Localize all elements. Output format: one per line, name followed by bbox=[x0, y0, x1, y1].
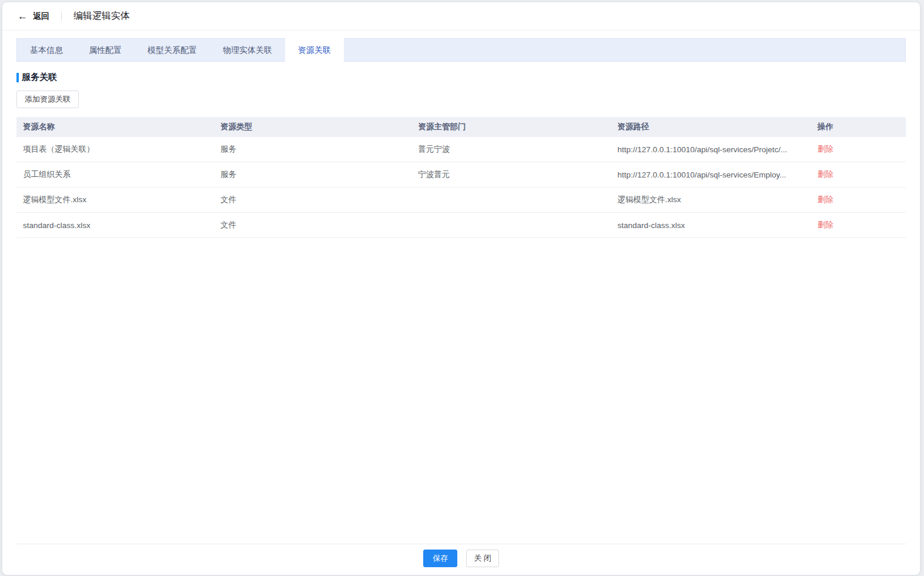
column-header-resource-path: 资源路径 bbox=[611, 122, 811, 132]
delete-link[interactable]: 删除 bbox=[818, 145, 833, 153]
back-button[interactable]: ← 返回 bbox=[18, 11, 49, 22]
delete-link[interactable]: 删除 bbox=[818, 220, 833, 229]
table-row: 项目表（逻辑关联） 服务 普元宁波 http://127.0.0.1:10010… bbox=[16, 137, 906, 162]
table-row: 逻辑模型文件.xlsx 文件 逻辑模型文件.xlsx 删除 bbox=[16, 187, 906, 213]
resource-type-cell: 文件 bbox=[214, 220, 412, 230]
tab-model-relation-config[interactable]: 模型关系配置 bbox=[135, 39, 210, 61]
column-header-resource-department: 资源主管部门 bbox=[412, 122, 611, 132]
resource-department-cell: 宁波普元 bbox=[412, 169, 611, 180]
resource-path-cell: standard-class.xlsx bbox=[611, 221, 811, 230]
tab-physical-entity-relation[interactable]: 物理实体关联 bbox=[210, 39, 285, 61]
section-accent-bar bbox=[16, 73, 19, 82]
footer-bar: 保存 关 闭 bbox=[16, 544, 906, 575]
table-header-row: 资源名称 资源类型 资源主管部门 资源路径 操作 bbox=[16, 117, 906, 137]
resource-path-cell: http://127.0.0.1:10010/api/sql-services/… bbox=[611, 170, 811, 179]
resource-type-cell: 服务 bbox=[214, 144, 412, 155]
resource-type-cell: 服务 bbox=[214, 169, 412, 180]
section-title: 服务关联 bbox=[22, 72, 57, 83]
save-button[interactable]: 保存 bbox=[423, 550, 457, 567]
resource-name-cell: 员工组织关系 bbox=[16, 169, 214, 180]
add-resource-relation-button[interactable]: 添加资源关联 bbox=[16, 91, 79, 108]
page-header: ← 返回 编辑逻辑实体 bbox=[2, 2, 920, 31]
resource-relation-table: 资源名称 资源类型 资源主管部门 资源路径 操作 项目表（逻辑关联） 服务 普元… bbox=[16, 117, 906, 238]
column-header-actions: 操作 bbox=[811, 122, 906, 132]
column-header-resource-name: 资源名称 bbox=[16, 122, 214, 132]
resource-name-cell: standard-class.xlsx bbox=[16, 221, 214, 230]
page-title: 编辑逻辑实体 bbox=[73, 10, 130, 22]
tab-basic-info[interactable]: 基本信息 bbox=[17, 39, 76, 61]
table-row: standard-class.xlsx 文件 standard-class.xl… bbox=[16, 213, 906, 238]
table-row: 员工组织关系 服务 宁波普元 http://127.0.0.1:10010/ap… bbox=[16, 162, 906, 187]
tab-attribute-config[interactable]: 属性配置 bbox=[76, 39, 135, 61]
column-header-resource-type: 资源类型 bbox=[214, 122, 412, 132]
resource-name-cell: 逻辑模型文件.xlsx bbox=[16, 195, 214, 205]
section-header: 服务关联 bbox=[16, 72, 906, 83]
resource-path-cell: http://127.0.0.1:10010/api/sql-services/… bbox=[611, 145, 811, 154]
tab-resource-relation[interactable]: 资源关联 bbox=[285, 38, 344, 62]
resource-department-cell: 普元宁波 bbox=[412, 144, 611, 155]
resource-type-cell: 文件 bbox=[214, 195, 412, 205]
tabs-bar: 基本信息 属性配置 模型关系配置 物理实体关联 资源关联 bbox=[16, 38, 906, 62]
resource-path-cell: 逻辑模型文件.xlsx bbox=[611, 195, 811, 205]
delete-link[interactable]: 删除 bbox=[818, 195, 833, 204]
header-divider bbox=[61, 12, 62, 21]
edit-logical-entity-panel: ← 返回 编辑逻辑实体 基本信息 属性配置 模型关系配置 物理实体关联 资源关联… bbox=[2, 2, 920, 575]
resource-name-cell: 项目表（逻辑关联） bbox=[16, 144, 214, 155]
back-label: 返回 bbox=[33, 11, 49, 22]
close-button[interactable]: 关 闭 bbox=[466, 550, 499, 567]
back-arrow-icon: ← bbox=[18, 11, 28, 21]
delete-link[interactable]: 删除 bbox=[818, 170, 833, 179]
